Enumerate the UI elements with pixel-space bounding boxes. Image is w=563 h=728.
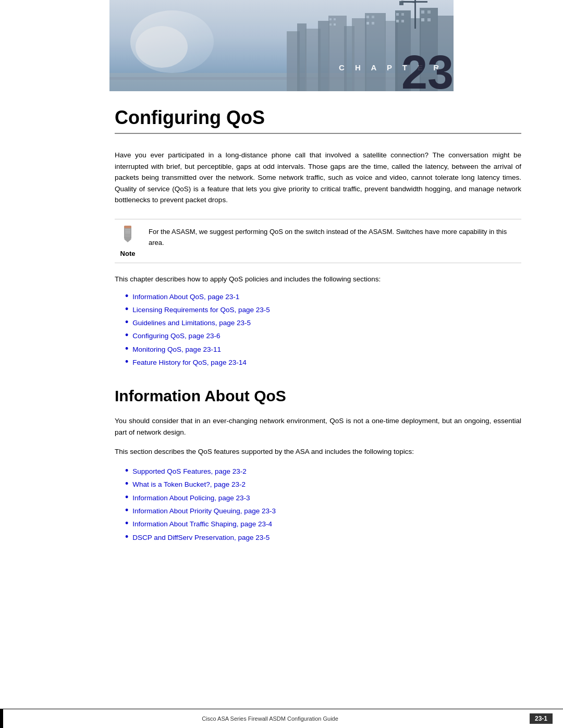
list-item: • Guidelines and Limitations, page 23-5 (125, 316, 521, 329)
topic-link-1[interactable]: Supported QoS Features, page 23-2 (132, 465, 246, 478)
info-para-2: This section describes the QoS features … (115, 446, 521, 458)
footer-guide-title: Cisco ASA Series Firewall ASDM Configura… (10, 715, 530, 722)
info-section-title: Information About QoS (115, 387, 521, 405)
list-item: • What is a Token Bucket?, page 23-2 (125, 478, 521, 491)
list-item: • Information About Priority Queuing, pa… (125, 504, 521, 517)
info-para-1: You should consider that in an ever-chan… (115, 415, 521, 438)
section-link-2[interactable]: Licensing Requirements for QoS, page 23-… (132, 304, 270, 316)
note-label: Note (120, 250, 136, 257)
chapter-header-image: C H A P T E R 23 (109, 0, 454, 91)
topic-link-4[interactable]: Information About Priority Queuing, page… (132, 505, 276, 517)
list-item: • Licensing Requirements for QoS, page 2… (125, 303, 521, 316)
bullet-icon: • (125, 317, 128, 327)
section-link-1[interactable]: Information About QoS, page 23-1 (132, 291, 239, 303)
content-area: Configuring QoS Have you ever participat… (0, 91, 563, 709)
page-container: C H A P T E R 23 Configuring QoS Have yo… (0, 0, 563, 728)
list-item: • Supported QoS Features, page 23-2 (125, 465, 521, 478)
footer-left-bar (0, 709, 3, 728)
bullet-icon: • (125, 291, 128, 301)
bullet-icon: • (125, 357, 128, 366)
topics-list: • Supported QoS Features, page 23-2 • Wh… (125, 465, 521, 544)
section-link-5[interactable]: Monitoring QoS, page 23-11 (132, 343, 221, 356)
topic-link-6[interactable]: DSCP and DiffServ Preservation, page 23-… (132, 532, 270, 544)
note-text: For the ASASM, we suggest performing QoS… (149, 225, 521, 249)
page-title: Configuring QoS (115, 107, 521, 129)
note-box: Note For the ASASM, we suggest performin… (115, 219, 521, 263)
intro-paragraph: Have you ever participated in a long-dis… (115, 150, 521, 206)
bullet-icon: • (125, 479, 128, 488)
bullet-icon: • (125, 466, 128, 475)
svg-text:23: 23 (401, 46, 454, 91)
note-pencil-icon (120, 225, 136, 246)
section-link-4[interactable]: Configuring QoS, page 23-6 (132, 330, 220, 342)
section-link-6[interactable]: Feature History for QoS, page 23-14 (132, 356, 246, 369)
list-item: • Monitoring QoS, page 23-11 (125, 343, 521, 356)
note-icon-area: Note (115, 225, 141, 257)
bullet-icon: • (125, 532, 128, 541)
sections-intro-text: This chapter describes how to apply QoS … (115, 274, 521, 285)
skyline-svg: C H A P T E R 23 (109, 0, 454, 91)
bullet-icon: • (125, 304, 128, 314)
page-footer: Cisco ASA Series Firewall ASDM Configura… (0, 709, 563, 728)
bullet-icon: • (125, 344, 128, 353)
topic-link-3[interactable]: Information About Policing, page 23-3 (132, 492, 250, 504)
svg-rect-44 (124, 226, 131, 228)
bullet-icon: • (125, 519, 128, 528)
list-item: • Feature History for QoS, page 23-14 (125, 356, 521, 369)
list-item: • Information About Traffic Shaping, pag… (125, 517, 521, 530)
footer-page-number: 23-1 (530, 713, 553, 724)
section-link-3[interactable]: Guidelines and Limitations, page 23-5 (132, 317, 251, 329)
chapter-header-wrapper: C H A P T E R 23 (0, 0, 563, 91)
svg-marker-43 (124, 239, 131, 242)
topic-link-5[interactable]: Information About Traffic Shaping, page … (132, 518, 272, 530)
sections-list: • Information About QoS, page 23-1 • Lic… (125, 290, 521, 369)
list-item: • Configuring QoS, page 23-6 (125, 329, 521, 342)
bullet-icon: • (125, 505, 128, 515)
title-divider (115, 133, 521, 134)
bullet-icon: • (125, 330, 128, 340)
topic-link-2[interactable]: What is a Token Bucket?, page 23-2 (132, 478, 246, 491)
list-item: • DSCP and DiffServ Preservation, page 2… (125, 531, 521, 544)
list-item: • Information About Policing, page 23-3 (125, 491, 521, 504)
bullet-icon: • (125, 492, 128, 502)
list-item: • Information About QoS, page 23-1 (125, 290, 521, 303)
